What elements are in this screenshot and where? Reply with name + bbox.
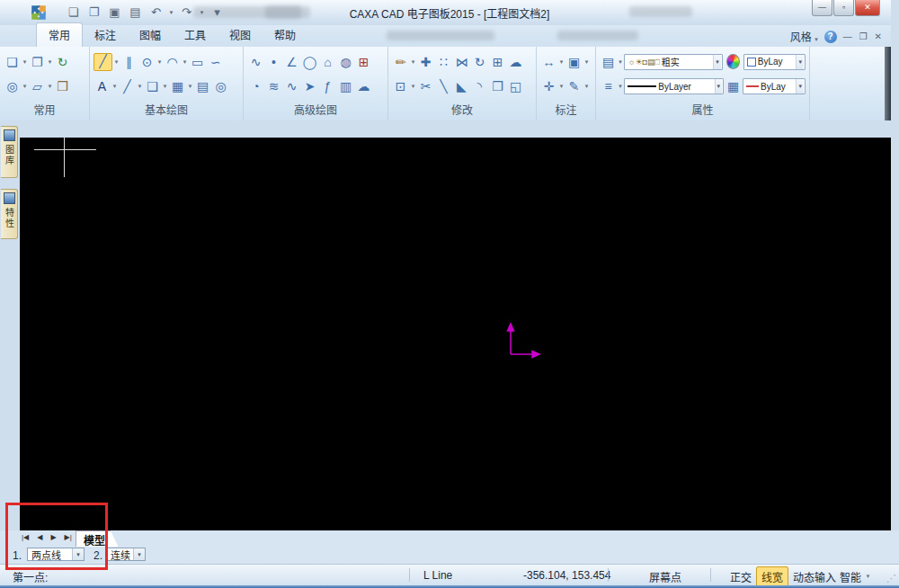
copy-icon-dropdown[interactable]: ▾ [47, 58, 53, 66]
table-add-icon[interactable]: ⊞ [355, 53, 372, 71]
color-wheel-icon[interactable] [726, 54, 740, 69]
paste-icon[interactable]: ❏ [4, 53, 21, 71]
open-file-icon[interactable]: ❐ [85, 4, 102, 22]
layers-dropdown[interactable]: ▾ [618, 58, 623, 66]
table-icon-dropdown[interactable]: ▾ [187, 83, 193, 90]
redo-icon[interactable]: ↷ [178, 4, 195, 22]
parallel-line-icon[interactable]: ∥ [120, 53, 138, 71]
undo-icon[interactable]: ↶ [147, 4, 165, 22]
profile-icon[interactable]: ▥ [337, 77, 354, 95]
point-icon[interactable]: • [265, 53, 282, 71]
revision-cloud-icon[interactable]: ☁ [507, 53, 524, 71]
mirror-icon[interactable]: ⋈ [453, 53, 470, 71]
block-icon-dropdown[interactable]: ▾ [162, 83, 168, 90]
stretch-icon[interactable]: ⊡ [392, 77, 409, 95]
hatch-icon[interactable]: ╱ [119, 77, 136, 95]
chamfer-icon[interactable]: ◣ [453, 77, 470, 95]
linecolor-combo[interactable]: ByLay ▾ [743, 78, 806, 94]
app-logo-icon[interactable] [27, 1, 50, 24]
rotate-icon[interactable]: ↻ [471, 53, 488, 71]
tab-bangzhu[interactable]: 帮助 [263, 23, 307, 47]
stamp-icon-dropdown[interactable]: ▾ [47, 83, 53, 90]
array-icon[interactable]: ⊞ [489, 53, 506, 71]
stretch-icon-dropdown[interactable]: ▾ [410, 83, 416, 90]
linewidth-dropdown[interactable]: ▾ [618, 83, 623, 90]
block-edit-icon[interactable]: ❒ [489, 77, 506, 95]
tab-shitu[interactable]: 视图 [218, 23, 263, 47]
polygon-icon[interactable]: ⌂ [319, 53, 336, 71]
paste-icon-dropdown[interactable]: ▾ [22, 58, 28, 66]
circle-icon[interactable]: ⊙ [138, 53, 156, 71]
section-icon[interactable]: ◎ [212, 77, 229, 95]
zoom-pan-icon[interactable]: ◎ [4, 77, 21, 95]
trim-icon[interactable]: ✂ [417, 77, 434, 95]
qat-customize-icon[interactable]: ▾ [209, 4, 226, 22]
table-icon[interactable]: ▦ [169, 77, 186, 95]
smart-snap-dropdown-icon[interactable]: ▾ [865, 573, 871, 580]
frame-icon[interactable]: ▤ [194, 77, 211, 95]
hatch-icon-dropdown[interactable]: ▾ [137, 83, 143, 90]
coordinate-dimension-icon-dropdown[interactable]: ▾ [558, 83, 565, 90]
help-icon[interactable]: ? [824, 31, 837, 43]
continuity-combo[interactable]: 连续 ▾ [106, 548, 146, 561]
update-view-icon[interactable]: ↻ [54, 53, 71, 71]
maximize-button[interactable]: ▫ [833, 0, 854, 16]
print-icon[interactable]: ▤ [127, 4, 144, 22]
arrow-icon[interactable]: ➤ [301, 77, 318, 95]
fillet-icon[interactable]: ◝ [471, 77, 488, 95]
linewidth-icon[interactable]: ≡ [600, 77, 617, 95]
text-icon[interactable]: A [93, 77, 111, 95]
spline-icon[interactable]: ∿ [247, 53, 264, 71]
drawing-canvas[interactable] [20, 138, 891, 530]
save-icon[interactable]: ▣ [106, 4, 123, 22]
layer-combo[interactable]: ☼☀◘▤□ 粗实 ▾ [624, 54, 723, 70]
arc-icon[interactable]: ◠ [164, 53, 181, 71]
image-annotation-icon-dropdown[interactable]: ▾ [583, 58, 590, 66]
layer-combo-dropdown[interactable]: ▾ [713, 55, 721, 69]
delete-icon-dropdown[interactable]: ▾ [410, 58, 416, 66]
ellipse-icon[interactable]: ◯ [301, 53, 318, 71]
rectangle-icon[interactable]: ▭ [189, 53, 206, 71]
tab-biaozhu[interactable]: 标注 [83, 23, 128, 47]
resize-grip[interactable]: ⋰ [886, 573, 896, 584]
mdi-close-button[interactable]: ✕ [875, 31, 883, 41]
block-icon[interactable]: ❑ [144, 77, 161, 95]
tab-tufu[interactable]: 图幅 [128, 23, 173, 47]
stamp-icon[interactable]: ▱ [29, 77, 46, 95]
text-icon-dropdown[interactable]: ▾ [111, 83, 118, 90]
formula-curve-icon[interactable]: ƒ [319, 77, 336, 95]
dimension-icon[interactable]: ↔ [540, 53, 557, 71]
mdi-minimize-button[interactable]: — [843, 31, 853, 41]
linewidth-toggle[interactable]: 线宽 [756, 566, 788, 587]
new-file-icon[interactable]: ❏ [65, 4, 82, 22]
linetype-combo-dropdown[interactable]: ▾ [715, 79, 723, 94]
copy-objects-icon[interactable]: ∷ [435, 53, 452, 71]
arc-icon-dropdown[interactable]: ▾ [182, 58, 188, 66]
zoom-pan-icon-dropdown[interactable]: ▾ [22, 83, 28, 90]
continuity-dropdown[interactable]: ▾ [133, 548, 145, 560]
linetype-combo[interactable]: ByLayer ▾ [624, 78, 724, 94]
break-line-icon[interactable]: ∿ [283, 77, 300, 95]
style-dropdown[interactable]: 风格 ▾ [790, 29, 818, 44]
line-tool-icon[interactable]: ╱ [93, 53, 112, 71]
dimension-edit-icon[interactable]: ✎ [565, 77, 583, 95]
undo-icon-dropdown[interactable]: ▾ [168, 9, 174, 16]
move-icon[interactable]: ✚ [417, 53, 434, 71]
redo-icon-dropdown[interactable]: ▾ [199, 9, 205, 16]
cloud-line-icon[interactable]: ☁ [355, 77, 372, 95]
dynamic-input-toggle[interactable]: 动态输入 [793, 569, 836, 584]
layers-icon[interactable]: ▤ [600, 53, 617, 71]
smart-snap-dropdown[interactable]: 智能 [840, 569, 861, 584]
pie-icon[interactable]: ◔ [247, 77, 264, 95]
minimize-button[interactable]: — [812, 0, 832, 16]
layer-settings-icon[interactable]: ▦ [725, 77, 742, 95]
sidebar-tab-properties[interactable]: 特性 [1, 189, 18, 239]
scale-icon[interactable]: ◱ [507, 77, 524, 95]
coordinate-dimension-icon[interactable]: ✛ [540, 77, 557, 95]
wave-line-icon[interactable]: ≋ [265, 77, 282, 95]
extend-icon[interactable]: ╲ [435, 77, 452, 95]
ortho-toggle[interactable]: 正交 [730, 569, 752, 584]
line-tool-icon-dropdown[interactable]: ▾ [113, 58, 120, 66]
mdi-restore-button[interactable]: ❐ [859, 31, 868, 41]
copy-icon[interactable]: ❐ [29, 53, 46, 71]
